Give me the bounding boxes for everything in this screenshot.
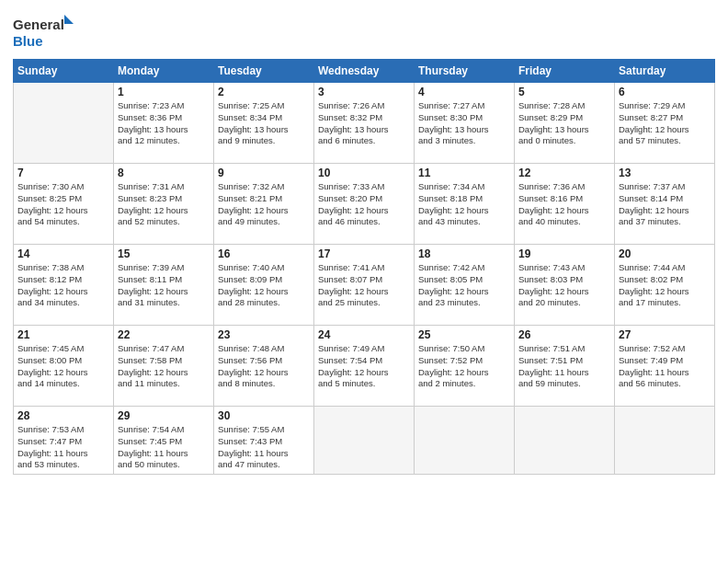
day-number: 19 [518, 247, 610, 260]
calendar-cell [615, 407, 715, 475]
day-info: Sunrise: 7:45 AMSunset: 8:00 PMDaylight:… [17, 343, 109, 390]
day-number: 16 [218, 247, 310, 260]
day-number: 18 [418, 247, 510, 260]
day-number: 5 [518, 86, 610, 98]
day-info: Sunrise: 7:29 AMSunset: 8:27 PMDaylight:… [619, 100, 711, 147]
day-info: Sunrise: 7:28 AMSunset: 8:29 PMDaylight:… [518, 100, 610, 147]
day-info: Sunrise: 7:47 AMSunset: 7:58 PMDaylight:… [118, 343, 210, 390]
calendar-cell: 15Sunrise: 7:39 AMSunset: 8:11 PMDayligh… [114, 245, 214, 326]
day-info: Sunrise: 7:39 AMSunset: 8:11 PMDaylight:… [118, 262, 210, 309]
day-info: Sunrise: 7:53 AMSunset: 7:47 PMDaylight:… [17, 424, 109, 471]
day-number: 25 [418, 328, 510, 341]
calendar-cell: 12Sunrise: 7:36 AMSunset: 8:16 PMDayligh… [515, 164, 615, 245]
day-info: Sunrise: 7:54 AMSunset: 7:45 PMDaylight:… [118, 424, 210, 471]
day-number: 21 [17, 328, 109, 341]
calendar-cell: 11Sunrise: 7:34 AMSunset: 8:18 PMDayligh… [415, 164, 515, 245]
calendar-cell: 4Sunrise: 7:27 AMSunset: 8:30 PMDaylight… [415, 83, 515, 164]
day-info: Sunrise: 7:34 AMSunset: 8:18 PMDaylight:… [418, 181, 510, 228]
svg-marker-1 [64, 15, 74, 24]
weekday-header-wednesday: Wednesday [314, 60, 415, 83]
day-info: Sunrise: 7:43 AMSunset: 8:03 PMDaylight:… [518, 262, 610, 309]
day-number: 10 [318, 167, 410, 179]
day-info: Sunrise: 7:32 AMSunset: 8:21 PMDaylight:… [218, 181, 310, 228]
day-number: 9 [218, 167, 310, 179]
calendar-cell: 30Sunrise: 7:55 AMSunset: 7:43 PMDayligh… [214, 407, 314, 475]
day-number: 20 [619, 247, 711, 260]
day-number: 13 [619, 167, 711, 179]
calendar-cell: 28Sunrise: 7:53 AMSunset: 7:47 PMDayligh… [14, 407, 114, 475]
calendar-table: SundayMondayTuesdayWednesdayThursdayFrid… [13, 59, 715, 475]
calendar-cell [14, 83, 114, 164]
page: General Blue SundayMondayTuesdayWednesda… [0, 0, 728, 563]
day-number: 3 [318, 86, 410, 98]
calendar-cell: 29Sunrise: 7:54 AMSunset: 7:45 PMDayligh… [114, 407, 214, 475]
day-number: 4 [418, 86, 510, 98]
day-info: Sunrise: 7:40 AMSunset: 8:09 PMDaylight:… [218, 262, 310, 309]
calendar-cell: 6Sunrise: 7:29 AMSunset: 8:27 PMDaylight… [615, 83, 715, 164]
day-info: Sunrise: 7:30 AMSunset: 8:25 PMDaylight:… [17, 181, 109, 228]
week-row-1: 1Sunrise: 7:23 AMSunset: 8:36 PMDaylight… [14, 83, 715, 164]
day-info: Sunrise: 7:38 AMSunset: 8:12 PMDaylight:… [17, 262, 109, 309]
day-number: 1 [118, 86, 210, 98]
day-number: 29 [118, 409, 210, 422]
day-info: Sunrise: 7:36 AMSunset: 8:16 PMDaylight:… [518, 181, 610, 228]
day-info: Sunrise: 7:49 AMSunset: 7:54 PMDaylight:… [318, 343, 410, 390]
day-info: Sunrise: 7:41 AMSunset: 8:07 PMDaylight:… [318, 262, 410, 309]
weekday-header-sunday: Sunday [14, 60, 114, 83]
calendar-cell: 13Sunrise: 7:37 AMSunset: 8:14 PMDayligh… [615, 164, 715, 245]
weekday-header-monday: Monday [114, 60, 214, 83]
header: General Blue [13, 9, 715, 53]
day-number: 7 [17, 167, 109, 179]
calendar-cell: 20Sunrise: 7:44 AMSunset: 8:02 PMDayligh… [615, 245, 715, 326]
day-info: Sunrise: 7:27 AMSunset: 8:30 PMDaylight:… [418, 100, 510, 147]
calendar-cell: 19Sunrise: 7:43 AMSunset: 8:03 PMDayligh… [515, 245, 615, 326]
calendar-cell: 25Sunrise: 7:50 AMSunset: 7:52 PMDayligh… [415, 326, 515, 407]
day-number: 26 [518, 328, 610, 341]
calendar-cell: 18Sunrise: 7:42 AMSunset: 8:05 PMDayligh… [415, 245, 515, 326]
week-row-4: 21Sunrise: 7:45 AMSunset: 8:00 PMDayligh… [14, 326, 715, 407]
day-info: Sunrise: 7:55 AMSunset: 7:43 PMDaylight:… [218, 424, 310, 471]
week-row-3: 14Sunrise: 7:38 AMSunset: 8:12 PMDayligh… [14, 245, 715, 326]
calendar-cell: 16Sunrise: 7:40 AMSunset: 8:09 PMDayligh… [214, 245, 314, 326]
week-row-2: 7Sunrise: 7:30 AMSunset: 8:25 PMDaylight… [14, 164, 715, 245]
day-info: Sunrise: 7:31 AMSunset: 8:23 PMDaylight:… [118, 181, 210, 228]
day-info: Sunrise: 7:37 AMSunset: 8:14 PMDaylight:… [619, 181, 711, 228]
day-info: Sunrise: 7:50 AMSunset: 7:52 PMDaylight:… [418, 343, 510, 390]
week-row-5: 28Sunrise: 7:53 AMSunset: 7:47 PMDayligh… [14, 407, 715, 475]
day-number: 27 [619, 328, 711, 341]
day-info: Sunrise: 7:42 AMSunset: 8:05 PMDaylight:… [418, 262, 510, 309]
svg-text:General: General [13, 17, 64, 32]
calendar-cell: 10Sunrise: 7:33 AMSunset: 8:20 PMDayligh… [314, 164, 415, 245]
day-number: 6 [619, 86, 711, 98]
svg-text:Blue: Blue [13, 33, 43, 49]
day-number: 30 [218, 409, 310, 422]
weekday-header-thursday: Thursday [415, 60, 515, 83]
weekday-header-tuesday: Tuesday [214, 60, 314, 83]
day-info: Sunrise: 7:23 AMSunset: 8:36 PMDaylight:… [118, 100, 210, 147]
day-number: 8 [118, 167, 210, 179]
weekday-header-row: SundayMondayTuesdayWednesdayThursdayFrid… [14, 60, 715, 83]
logo: General Blue [13, 13, 77, 53]
calendar-cell: 9Sunrise: 7:32 AMSunset: 8:21 PMDaylight… [214, 164, 314, 245]
calendar-cell: 7Sunrise: 7:30 AMSunset: 8:25 PMDaylight… [14, 164, 114, 245]
calendar-cell [314, 407, 415, 475]
day-number: 28 [17, 409, 109, 422]
calendar-cell: 14Sunrise: 7:38 AMSunset: 8:12 PMDayligh… [14, 245, 114, 326]
day-info: Sunrise: 7:33 AMSunset: 8:20 PMDaylight:… [318, 181, 410, 228]
calendar-cell: 5Sunrise: 7:28 AMSunset: 8:29 PMDaylight… [515, 83, 615, 164]
weekday-header-saturday: Saturday [615, 60, 715, 83]
day-info: Sunrise: 7:52 AMSunset: 7:49 PMDaylight:… [619, 343, 711, 390]
calendar-cell: 21Sunrise: 7:45 AMSunset: 8:00 PMDayligh… [14, 326, 114, 407]
day-number: 12 [518, 167, 610, 179]
calendar-cell: 26Sunrise: 7:51 AMSunset: 7:51 PMDayligh… [515, 326, 615, 407]
day-info: Sunrise: 7:26 AMSunset: 8:32 PMDaylight:… [318, 100, 410, 147]
day-info: Sunrise: 7:48 AMSunset: 7:56 PMDaylight:… [218, 343, 310, 390]
day-number: 2 [218, 86, 310, 98]
calendar-cell: 17Sunrise: 7:41 AMSunset: 8:07 PMDayligh… [314, 245, 415, 326]
day-number: 11 [418, 167, 510, 179]
calendar-cell [515, 407, 615, 475]
calendar-cell: 1Sunrise: 7:23 AMSunset: 8:36 PMDaylight… [114, 83, 214, 164]
calendar-cell [415, 407, 515, 475]
day-info: Sunrise: 7:25 AMSunset: 8:34 PMDaylight:… [218, 100, 310, 147]
calendar-cell: 22Sunrise: 7:47 AMSunset: 7:58 PMDayligh… [114, 326, 214, 407]
